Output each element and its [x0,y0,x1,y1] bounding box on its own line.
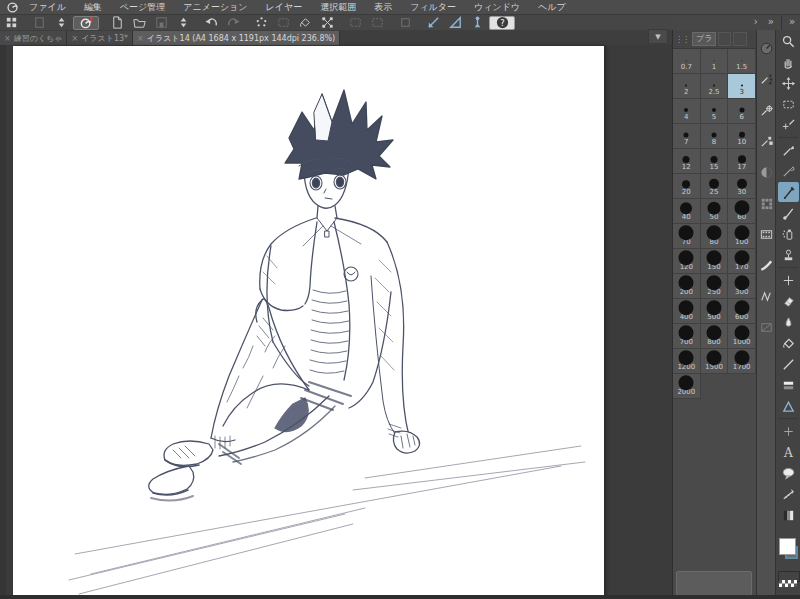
brush-size-200[interactable]: 200 [673,274,701,299]
canvas-stepper-button[interactable] [51,16,71,30]
help-button[interactable]: ? [489,16,515,30]
brush-size-120[interactable]: 120 [673,249,701,274]
menu-2[interactable]: 編集 [75,0,111,14]
brush-size-700[interactable]: 700 [673,324,701,349]
brush-size-50[interactable]: 50 [701,199,729,224]
collapse-toolbox-icon[interactable]: » [784,14,800,30]
brush-size-20[interactable]: 20 [673,174,701,199]
brush-size-1000[interactable]: 1000 [728,324,756,349]
document-tab-3[interactable]: ×イラスト14 (A4 1684 x 1191px 144dpi 236.8%) [133,31,340,45]
tool-zoom[interactable] [778,31,799,51]
tool-frame-plus[interactable] [778,421,799,441]
brush-size-10[interactable]: 10 [728,124,756,149]
color-history-icon[interactable] [757,221,775,247]
quick-access-knob-icon[interactable] [757,35,775,61]
menu-3[interactable]: ページ管理 [111,0,174,14]
tool-gradient[interactable] [778,375,799,395]
tool-gradient-map[interactable] [778,505,799,525]
stroke-preview-icon[interactable] [757,252,775,278]
brush-size-70[interactable]: 70 [673,224,701,249]
tab-close-icon[interactable]: × [71,34,78,43]
tool-brush[interactable] [778,203,799,223]
app-logo-icon[interactable] [4,1,20,13]
menu-1[interactable]: ファイル [20,0,75,14]
brush-size-170[interactable]: 170 [728,249,756,274]
brush-size-8[interactable]: 8 [701,124,729,149]
brush-size-400[interactable]: 400 [673,299,701,324]
tool-decoration[interactable] [778,245,799,265]
palette-drag-handle-icon[interactable]: ⋮⋮ [675,35,689,44]
brush-size-5[interactable]: 5 [701,99,729,124]
tool-blend[interactable] [778,312,799,332]
brush-size-1700[interactable]: 1700 [728,349,756,374]
undo-button[interactable] [201,16,221,30]
menu-9[interactable]: ウィンドウ [465,0,529,14]
tab-palette-2[interactable] [718,32,731,46]
brush-size-6[interactable]: 6 [728,99,756,124]
tool-move[interactable] [778,73,799,93]
tool-line[interactable] [778,354,799,374]
brush-size-30[interactable]: 30 [728,174,756,199]
page-stepper-button[interactable] [173,16,193,30]
brush-size-0.7[interactable]: 0.7 [673,49,701,74]
color-set-icon[interactable] [757,190,775,216]
color-wheel-icon[interactable] [757,159,775,185]
document-tab-2[interactable]: ×イラスト13* [67,31,133,45]
canvas-workspace[interactable] [0,45,671,599]
tool-eraser[interactable] [778,291,799,311]
tab-list-dropdown-button[interactable]: ▼ [648,29,668,44]
open-file-button[interactable] [129,16,149,30]
brush-size-80[interactable]: 80 [701,224,729,249]
brush-size-3[interactable]: 3 [728,74,756,99]
brush-size-600[interactable]: 600 [728,299,756,324]
brush-size-150[interactable]: 150 [701,249,729,274]
brush-size-15[interactable]: 15 [701,149,729,174]
collapse-panel-icon[interactable]: › [749,14,763,30]
foreground-color-swatch[interactable] [779,538,796,555]
tool-ruler[interactable] [778,484,799,504]
brush-size-1[interactable]: 1 [701,49,729,74]
brush-size-7[interactable]: 7 [673,124,701,149]
menu-8[interactable]: フィルター [401,0,465,14]
brush-size-300[interactable]: 300 [728,274,756,299]
tool-auto-select[interactable] [778,115,799,135]
brush-size-2.5[interactable]: 2.5 [701,74,729,99]
brush-size-1.5[interactable]: 1.5 [728,49,756,74]
menu-6[interactable]: 選択範囲 [311,0,365,14]
menu-10[interactable]: ヘルプ [529,0,575,14]
brush-size-17[interactable]: 17 [728,149,756,174]
material-icon[interactable] [757,283,775,309]
drawing-canvas[interactable] [13,46,604,599]
open-clip-studio-button[interactable] [73,16,99,30]
deselect-button[interactable] [251,16,271,30]
brush-size-1200[interactable]: 1200 [673,349,701,374]
menu-4[interactable]: アニメーション [174,0,256,14]
tool-property-icon[interactable] [757,97,775,123]
tool-mapping-pen[interactable] [778,161,799,181]
tab-close-icon[interactable]: × [137,34,144,43]
brush-size-2[interactable]: 2 [673,74,701,99]
brush-size-4[interactable]: 4 [673,99,701,124]
brush-size-250[interactable]: 250 [701,274,729,299]
snap-to-ruler-button[interactable] [423,16,443,30]
tab-close-icon[interactable]: × [4,34,11,43]
new-file-button[interactable] [107,16,127,30]
tool-text[interactable]: A [778,442,799,462]
brush-size-25[interactable]: 25 [701,174,729,199]
fill-selection-button[interactable] [295,16,315,30]
tool-airbrush[interactable] [778,224,799,244]
brush-size-800[interactable]: 800 [701,324,729,349]
brush-size-60[interactable]: 60 [728,199,756,224]
tool-marquee[interactable] [778,94,799,114]
brush-size-1500[interactable]: 1500 [701,349,729,374]
brush-size-500[interactable]: 500 [701,299,729,324]
tool-figure[interactable] [778,396,799,416]
collapse-all-panels-icon[interactable]: » [763,14,779,30]
tab-brush-size[interactable]: ブラ [692,32,716,46]
tool-fill[interactable] [778,333,799,353]
tool-hand[interactable] [778,52,799,72]
tab-palette-3[interactable] [733,32,746,46]
tool-balloon[interactable] [778,463,799,483]
tool-pen[interactable] [778,140,799,160]
menu-7[interactable]: 表示 [365,0,401,14]
